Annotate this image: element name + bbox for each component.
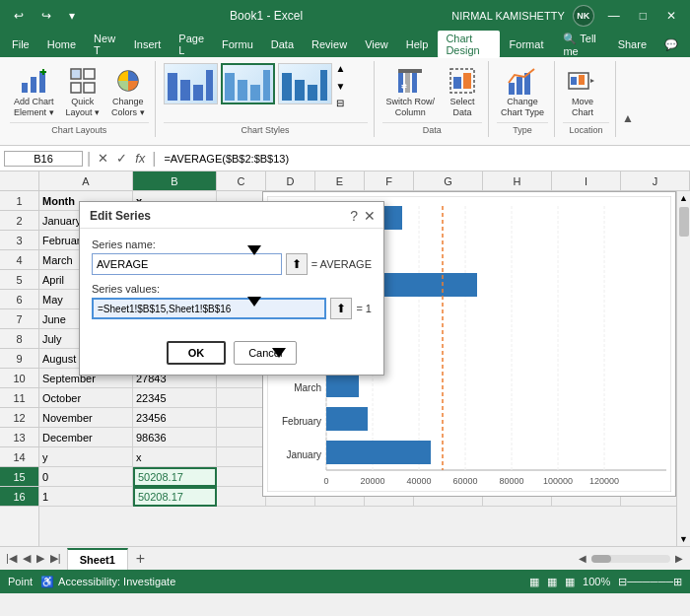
select-data-button[interactable]: SelectData — [443, 63, 482, 120]
styles-preview — [164, 63, 332, 104]
formula-bar-sep: | — [152, 150, 156, 168]
svg-rect-11 — [168, 73, 177, 101]
type-label: Type — [497, 122, 548, 135]
status-mode: Point — [8, 576, 33, 587]
menu-help[interactable]: Help — [398, 36, 437, 52]
add-sheet-button[interactable]: + — [130, 550, 151, 568]
accessibility-status[interactable]: ♿ Accessibility: Investigate — [40, 576, 175, 588]
change-colors-button[interactable]: ChangeColors ▾ — [107, 63, 149, 120]
svg-rect-1 — [31, 77, 36, 93]
move-chart-button[interactable]: MoveChart — [563, 63, 602, 120]
series-name-label: Series name: — [92, 239, 372, 250]
menu-file[interactable]: File — [4, 36, 37, 52]
svg-rect-22 — [320, 70, 327, 101]
svg-rect-20 — [295, 80, 305, 101]
dialog-cancel-button[interactable]: Cancel — [234, 341, 297, 365]
formula-input[interactable]: =AVERAGE($B$2:$B$13) — [160, 153, 686, 165]
hscroll-right-button[interactable]: ▶ — [672, 553, 686, 564]
svg-rect-13 — [193, 85, 203, 101]
quick-layout-button[interactable]: QuickLayout ▾ — [62, 63, 104, 120]
close-button[interactable]: ✕ — [660, 7, 682, 25]
menu-tell-me[interactable]: 🔍 Tell me — [555, 31, 607, 59]
title-bar: ↩ ↪ ▾ Book1 - Excel NIRMAL KAMISHETTY NK… — [0, 0, 690, 32]
insert-function-button[interactable]: fx — [132, 151, 148, 166]
user-avatar: NK — [573, 5, 594, 27]
svg-rect-32 — [517, 77, 522, 95]
sheet-next-button[interactable]: ▶ — [34, 552, 46, 565]
dialog-footer: OK Cancel — [80, 337, 383, 375]
sheet-navigation: |◀ ◀ ▶ ▶| — [0, 552, 67, 565]
ribbon-group-location: MoveChart Location — [557, 61, 616, 137]
menu-bar: File Home New T Insert Page L Formu Data… — [0, 32, 690, 57]
minimize-button[interactable]: — — [602, 7, 626, 25]
styles-scroll-up[interactable]: ▲ — [336, 63, 346, 74]
quick-layout-icon — [67, 65, 99, 97]
name-box[interactable] — [4, 151, 83, 167]
zoom-level: 100% — [583, 576, 610, 587]
svg-rect-12 — [180, 80, 190, 101]
menu-view[interactable]: View — [357, 36, 396, 52]
svg-text:⇄: ⇄ — [401, 83, 407, 90]
location-label: Location — [563, 122, 609, 135]
dialog-ok-button[interactable]: OK — [167, 341, 227, 365]
sheet-tab-sheet1[interactable]: Sheet1 — [67, 548, 128, 570]
svg-marker-37 — [590, 79, 594, 83]
hscroll-track[interactable] — [591, 555, 670, 563]
maximize-button[interactable]: □ — [634, 7, 653, 25]
menu-chart-design[interactable]: Chart Design — [438, 31, 499, 58]
confirm-formula-button[interactable]: ✓ — [113, 151, 130, 166]
svg-rect-19 — [282, 73, 292, 101]
menu-data[interactable]: Data — [263, 36, 302, 52]
title-bar-right: NIRMAL KAMISHETTY NK — □ ✕ — [451, 5, 682, 27]
menu-review[interactable]: Review — [304, 36, 355, 52]
sheet-last-button[interactable]: ▶| — [48, 552, 63, 565]
hscroll-left-button[interactable]: ◀ — [576, 553, 589, 564]
dialog-close-icon[interactable]: ✕ — [364, 208, 376, 224]
style-thumb-3[interactable] — [278, 63, 332, 104]
sheet-first-button[interactable]: |◀ — [4, 552, 19, 565]
ribbon-group-data: ⇄ Switch Row/Column SelectData — [377, 61, 490, 137]
menu-format[interactable]: Format — [502, 36, 552, 52]
share-button[interactable]: Share — [610, 36, 655, 52]
sheet-prev-button[interactable]: ◀ — [21, 552, 33, 565]
menu-pagel[interactable]: Page L — [171, 31, 212, 58]
add-chart-element-button[interactable]: Add ChartElement ▾ — [10, 63, 58, 120]
arrow-series-name — [247, 245, 261, 255]
style-thumb-1[interactable] — [164, 63, 218, 104]
ribbon-collapse-button[interactable]: ▲ — [622, 111, 634, 125]
hscroll-thumb[interactable] — [591, 555, 611, 563]
title-bar-left: ↩ ↪ ▾ — [8, 7, 81, 25]
style-thumb-2[interactable] — [221, 63, 275, 104]
series-name-ref-button[interactable]: ⬆ — [286, 253, 308, 275]
add-chart-element-label: Add ChartElement ▾ — [14, 97, 54, 118]
undo-icon[interactable]: ↩ — [8, 7, 30, 25]
menu-insert[interactable]: Insert — [126, 36, 170, 52]
series-values-ref-button[interactable]: ⬆ — [330, 298, 352, 319]
change-chart-type-button[interactable]: ChangeChart Type — [497, 63, 548, 120]
cancel-formula-button[interactable]: ✕ — [95, 151, 111, 166]
series-values-input[interactable] — [92, 298, 326, 319]
menu-home[interactable]: Home — [39, 36, 84, 52]
redo-icon[interactable]: ↪ — [35, 7, 57, 25]
svg-rect-26 — [398, 69, 422, 73]
switch-row-col-icon: ⇄ — [394, 65, 426, 97]
switch-row-col-button[interactable]: ⇄ Switch Row/Column — [382, 63, 440, 120]
svg-rect-14 — [206, 70, 213, 101]
more-icon[interactable]: ▾ — [63, 7, 81, 25]
menu-formu[interactable]: Formu — [214, 36, 261, 52]
switch-row-col-label: Switch Row/Column — [386, 97, 436, 118]
dialog-body: Series name: ⬆ = AVERAGE Series values: … — [80, 229, 383, 337]
comments-button[interactable]: 💬 — [656, 36, 686, 53]
svg-rect-17 — [250, 85, 260, 101]
menu-newt[interactable]: New T — [86, 31, 124, 58]
change-chart-type-label: ChangeChart Type — [501, 97, 544, 118]
arrow-series-values — [247, 297, 261, 307]
styles-expand[interactable]: ⊟ — [336, 98, 346, 108]
svg-rect-31 — [509, 83, 515, 95]
series-values-row: ⬆ = 1 — [92, 298, 372, 319]
svg-rect-16 — [238, 80, 247, 101]
zoom-slider-icon[interactable]: ⊟──────⊞ — [618, 576, 682, 588]
dialog-question[interactable]: ? — [350, 208, 358, 224]
status-right: ▦ ▦ ▦ 100% ⊟──────⊞ — [529, 576, 682, 588]
styles-scroll-down[interactable]: ▼ — [336, 81, 346, 92]
